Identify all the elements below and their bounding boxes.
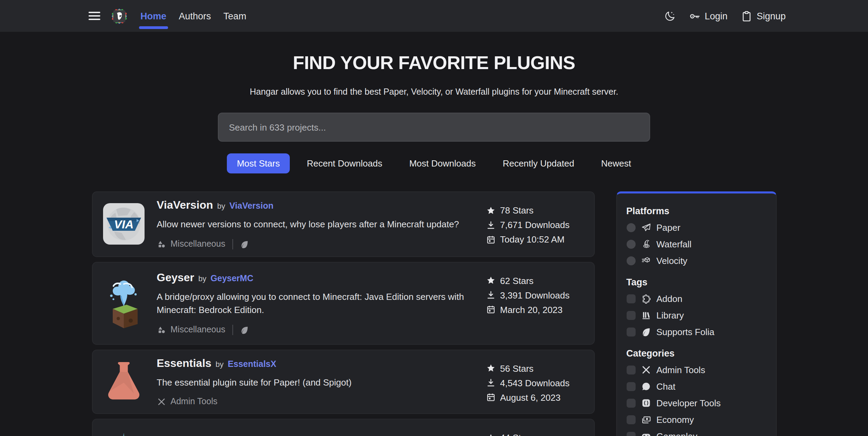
- category-label-economy: Economy: [656, 415, 694, 425]
- project-stats: 78 Stars 7,671 Downloads Today 10:52 AM: [486, 205, 584, 249]
- project-card-viaversion[interactable]: VIA ViaVersion by ViaVersion Allow newer…: [92, 191, 594, 257]
- project-title[interactable]: ViaVersion: [157, 199, 213, 211]
- tag-option-addon[interactable]: Addon: [626, 294, 766, 304]
- waterfall-icon: [641, 239, 651, 249]
- category-option-developer-tools[interactable]: Developer Tools: [626, 398, 766, 408]
- project-author-link[interactable]: GeyserMC: [211, 273, 253, 283]
- platform-label-velocity: Velocity: [656, 256, 687, 266]
- tag-label-addon: Addon: [656, 294, 682, 304]
- sort-recent-downloads[interactable]: Recent Downloads: [297, 153, 392, 173]
- sort-most-stars[interactable]: Most Stars: [227, 153, 289, 173]
- project-card-essentials[interactable]: Essentials by EssentialsX The essential …: [92, 349, 594, 414]
- star-icon: [486, 433, 495, 436]
- download-icon: [486, 378, 495, 388]
- category-label-chat: Chat: [656, 381, 675, 392]
- platform-label-waterfall: Waterfall: [656, 239, 692, 249]
- by-label: by: [217, 202, 225, 210]
- paper-plane-icon: [641, 223, 651, 233]
- category-label-admin-tools: Admin Tools: [656, 365, 705, 375]
- platform-label-paper: Paper: [656, 222, 680, 233]
- star-icon: [486, 206, 495, 215]
- gamepad-icon: [641, 432, 651, 436]
- category-option-chat[interactable]: Chat: [626, 381, 766, 392]
- checkbox-addon[interactable]: [626, 294, 635, 303]
- hangar-logo-icon: [110, 7, 129, 25]
- project-author-link[interactable]: ViaVersion: [229, 201, 273, 211]
- stars-value: 44 Stars: [500, 433, 534, 436]
- theme-toggle-button[interactable]: [664, 10, 676, 22]
- checkbox-library[interactable]: [626, 311, 635, 320]
- search-input[interactable]: [218, 113, 650, 142]
- project-description: A bridge/proxy allowing you to connect t…: [157, 290, 464, 317]
- velocity-icon: [641, 256, 651, 266]
- project-card-geyser[interactable]: Geyser by GeyserMC A bridge/proxy allowi…: [92, 262, 594, 344]
- tag-label-library: Library: [656, 310, 684, 321]
- calendar-icon: [486, 305, 495, 314]
- login-button[interactable]: Login: [689, 10, 728, 22]
- hangar-home-page: Home Authors Team Login: [0, 0, 868, 436]
- category-label-gameplay: Gameplay: [656, 431, 698, 436]
- nav-link-authors[interactable]: Authors: [177, 11, 212, 21]
- calendar-icon: [486, 235, 495, 244]
- project-title[interactable]: Essentials: [157, 357, 211, 369]
- downloads-value: 7,671 Downloads: [500, 220, 570, 230]
- hamburger-icon: [89, 11, 100, 20]
- checkbox-chat[interactable]: [626, 382, 635, 391]
- platform-option-velocity[interactable]: Velocity: [626, 256, 766, 266]
- checkbox-supports-folia[interactable]: [626, 328, 635, 337]
- category-option-gameplay[interactable]: Gameplay: [626, 431, 766, 436]
- checkbox-developer-tools[interactable]: [626, 399, 635, 408]
- filter-sidebar: Platforms Paper Waterfall: [616, 191, 776, 436]
- tags-heading: Tags: [626, 277, 766, 287]
- signup-label: Signup: [757, 11, 786, 21]
- hangar-logo[interactable]: [110, 7, 129, 25]
- tag-label-supports-folia: Supports Folia: [656, 327, 714, 337]
- category-option-admin-tools[interactable]: Admin Tools: [626, 365, 766, 375]
- menu-button[interactable]: [89, 11, 100, 20]
- checkbox-gameplay[interactable]: [626, 432, 635, 436]
- by-label: by: [198, 274, 206, 282]
- main-content: VIA ViaVersion by ViaVersion Allow newer…: [92, 191, 776, 436]
- radio-waterfall[interactable]: [626, 240, 635, 249]
- checkbox-admin-tools[interactable]: [626, 366, 635, 375]
- updated-value: Today 10:52 AM: [500, 234, 564, 245]
- nav-link-team[interactable]: Team: [222, 11, 248, 21]
- platform-option-waterfall[interactable]: Waterfall: [626, 239, 766, 249]
- project-description: The essential plugin suite for Paper! (a…: [157, 376, 464, 389]
- tag-option-supports-folia[interactable]: Supports Folia: [626, 327, 766, 337]
- project-icon-viaversion: VIA: [102, 199, 145, 249]
- checkbox-economy[interactable]: [626, 415, 635, 424]
- stars-value: 56 Stars: [500, 363, 534, 373]
- download-icon: [486, 220, 495, 230]
- navbar: Home Authors Team Login: [0, 0, 868, 32]
- tag-option-library[interactable]: Library: [626, 310, 766, 321]
- sort-most-downloads[interactable]: Most Downloads: [399, 153, 485, 173]
- star-icon: [486, 276, 495, 285]
- page-subtitle: Hangar allows you to find the best Paper…: [0, 87, 868, 97]
- radio-paper[interactable]: [626, 223, 635, 232]
- project-icon-chunky: [102, 426, 145, 436]
- sort-newest[interactable]: Newest: [591, 153, 641, 173]
- category-label: Miscellaneous: [170, 325, 225, 334]
- nav-link-home[interactable]: Home: [139, 11, 168, 21]
- sort-recently-updated[interactable]: Recently Updated: [493, 153, 584, 173]
- primary-nav: Home Authors Team: [139, 11, 248, 21]
- category-label: Miscellaneous: [170, 239, 225, 249]
- project-stats: 44 Stars: [486, 433, 584, 436]
- project-title[interactable]: Geyser: [157, 271, 194, 284]
- project-list: VIA ViaVersion by ViaVersion Allow newer…: [92, 191, 594, 436]
- project-icon-geyser: [102, 269, 145, 337]
- platforms-heading: Platforms: [626, 206, 766, 216]
- key-icon: [689, 10, 701, 22]
- project-stats: 56 Stars 4,543 Downloads August 6, 2023: [486, 363, 584, 406]
- project-author-link[interactable]: EssentialsX: [228, 359, 276, 369]
- platform-option-paper[interactable]: Paper: [626, 222, 766, 233]
- folia-leaf-icon: [240, 239, 249, 248]
- stars-value: 78 Stars: [500, 205, 534, 216]
- shapes-icon: [157, 325, 166, 334]
- radio-velocity[interactable]: [626, 256, 635, 265]
- category-option-economy[interactable]: Economy: [626, 415, 766, 425]
- divider: [232, 324, 233, 335]
- signup-button[interactable]: Signup: [741, 10, 786, 22]
- project-card-chunky[interactable]: Chunky by pop4959 44 Stars: [92, 419, 594, 436]
